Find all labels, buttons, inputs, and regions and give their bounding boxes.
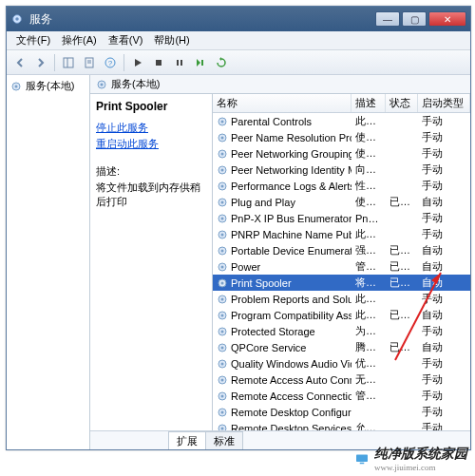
service-row-icon (217, 132, 228, 143)
svg-rect-11 (177, 60, 179, 66)
cell-startup: 自动 (418, 259, 470, 274)
svg-point-53 (221, 378, 224, 381)
service-row[interactable]: Print Spooler将文...已启动自动 (213, 275, 470, 291)
service-row-icon (217, 294, 228, 305)
service-row[interactable]: Portable Device Enumerator...强制...已启动自动 (213, 242, 470, 258)
service-row-icon (217, 310, 228, 321)
detail-desc-label: 描述: (96, 164, 206, 179)
stop-service-button[interactable] (149, 53, 168, 72)
service-row[interactable]: Peer Networking Identity M...向对...手动 (213, 162, 470, 178)
cell-desc: 无论... (352, 372, 386, 387)
svg-point-35 (221, 233, 224, 236)
service-row[interactable]: Performance Logs & Alerts性能...手动 (213, 178, 470, 194)
start-service-button[interactable] (128, 53, 147, 72)
service-row[interactable]: Remote Desktop Services允许...手动 (213, 420, 470, 430)
service-row[interactable]: Quality Windows Audio Vide...优质...手动 (213, 355, 470, 371)
cell-name: Parental Controls (213, 116, 352, 127)
svg-rect-2 (64, 58, 73, 67)
service-row[interactable]: Protected Storage为敏...手动 (213, 323, 470, 339)
menu-help[interactable]: 帮助(H) (148, 33, 195, 48)
tab-standard[interactable]: 标准 (205, 431, 243, 449)
service-row-icon (217, 390, 228, 402)
service-row[interactable]: Program Compatibility Assis...此服...已启动自动 (213, 307, 470, 323)
show-hide-tree-button[interactable] (59, 53, 78, 72)
window-title: 服务 (29, 11, 375, 28)
service-row[interactable]: Remote Access Auto Conne...无论...手动 (213, 371, 470, 388)
service-row[interactable]: Remote Access Connection ...管理...手动 (213, 388, 470, 404)
cell-name: PnP-X IP Bus Enumerator (213, 213, 352, 224)
svg-marker-15 (219, 57, 221, 61)
service-row[interactable]: Parental Controls此服...手动 (213, 113, 470, 129)
detail-desc: 将文件加载到内存供稍后打印 (96, 181, 206, 210)
cell-desc: 使用... (352, 146, 386, 161)
minimize-button[interactable]: — (375, 11, 400, 27)
svg-point-1 (15, 17, 19, 21)
watermark: 纯净版系统家园 www.jiuimei.com (353, 446, 467, 472)
titlebar[interactable]: 服务 — ▢ ✕ (7, 7, 470, 31)
service-list-body[interactable]: Parental Controls此服...手动Peer Name Resolu… (213, 113, 470, 430)
cell-startup: 手动 (418, 292, 470, 306)
menubar: 文件(F) 操作(A) 查看(V) 帮助(H) (7, 31, 470, 50)
svg-point-19 (101, 83, 104, 86)
tree-root-label: 服务(本地) (26, 79, 74, 93)
col-header-startup[interactable]: 启动类型 (418, 94, 470, 112)
service-row[interactable]: Peer Networking Grouping使用...手动 (213, 145, 470, 162)
close-button[interactable]: ✕ (428, 11, 466, 27)
cell-startup: 手动 (418, 227, 470, 241)
cell-name: Remote Desktop Configurat... (213, 407, 352, 418)
col-header-desc[interactable]: 描述 (352, 94, 386, 112)
svg-point-23 (221, 136, 224, 139)
stop-service-link[interactable]: 停止此服务 (96, 121, 206, 135)
back-button[interactable] (10, 53, 29, 72)
cell-desc: 为敏... (352, 324, 386, 338)
cell-status: 已启动 (386, 259, 418, 274)
svg-point-59 (221, 427, 224, 429)
maximize-button[interactable]: ▢ (402, 11, 427, 27)
forward-button[interactable] (31, 53, 50, 72)
service-row[interactable]: QPCore Service腾讯...已启动自动 (213, 339, 470, 355)
service-row[interactable]: PNRP Machine Name Public...此服...手动 (213, 226, 470, 242)
detail-service-name: Print Spooler (96, 100, 206, 113)
menu-file[interactable]: 文件(F) (10, 33, 56, 48)
col-header-name[interactable]: 名称 (213, 94, 352, 112)
cell-desc: 使用... (352, 130, 386, 144)
svg-point-31 (221, 200, 224, 203)
svg-point-43 (221, 297, 224, 300)
service-row[interactable]: Peer Name Resolution Proto...使用...手动 (213, 129, 470, 145)
svg-point-39 (221, 265, 224, 268)
cell-desc: 腾讯... (352, 340, 386, 354)
cell-desc: 性能... (352, 179, 386, 193)
svg-point-21 (221, 120, 224, 123)
refresh-button[interactable] (212, 53, 231, 72)
restart-service-button[interactable] (191, 53, 210, 72)
svg-point-47 (221, 330, 224, 333)
service-row[interactable]: Remote Desktop Configurat...手动 (213, 404, 470, 420)
service-row-icon (217, 374, 228, 386)
service-row[interactable]: Power管理...已启动自动 (213, 258, 470, 275)
cell-desc: 此服... (352, 308, 386, 322)
cell-startup: 手动 (418, 130, 470, 144)
watermark-url: www.jiuimei.com (374, 463, 467, 472)
service-row-icon (217, 148, 228, 160)
cell-desc: PnP-... (352, 213, 386, 224)
restart-service-link[interactable]: 重启动此服务 (96, 137, 206, 151)
cell-status: 已启动 (386, 276, 418, 290)
service-row[interactable]: Plug and Play使计...已启动自动 (213, 194, 470, 210)
menu-action[interactable]: 操作(A) (56, 33, 103, 48)
tab-extended[interactable]: 扩展 (168, 431, 206, 449)
service-row[interactable]: PnP-X IP Bus EnumeratorPnP-...手动 (213, 210, 470, 226)
tree-root-services-local[interactable]: 服务(本地) (7, 75, 89, 97)
col-header-status[interactable]: 状态 (386, 94, 418, 112)
cell-startup: 自动 (418, 195, 470, 209)
svg-text:?: ? (108, 59, 113, 67)
menu-view[interactable]: 查看(V) (103, 33, 149, 48)
left-tree-pane[interactable]: 服务(本地) (7, 75, 90, 449)
pause-service-button[interactable] (170, 53, 189, 72)
service-row[interactable]: Problem Reports and Soluti...此服...手动 (213, 291, 470, 307)
help-button[interactable]: ? (101, 53, 120, 72)
cell-status: 已启动 (386, 243, 418, 257)
cell-name: Remote Access Auto Conne... (213, 374, 352, 386)
svg-point-17 (15, 85, 18, 87)
export-list-button[interactable] (80, 53, 99, 72)
service-row-icon (217, 342, 228, 353)
